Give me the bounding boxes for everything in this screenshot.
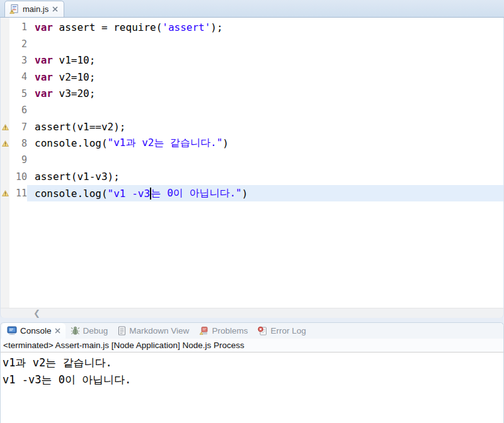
code-line[interactable]: 10assert(v1-v3); xyxy=(1,169,503,185)
code-text: console.log("v1과 v2는 같습니다.") xyxy=(27,135,503,152)
code-lines: 1var assert = require('assert');23var v1… xyxy=(1,19,503,201)
code-text xyxy=(27,152,503,168)
code-line[interactable]: 3var v1=10; xyxy=(1,52,503,69)
debug-icon xyxy=(71,326,80,336)
code-text: console.log("v1 -v3는 0이 아닙니다.") xyxy=(27,185,503,201)
code-text: var assert = require('assert'); xyxy=(27,19,503,35)
line-number: 10 xyxy=(9,171,27,183)
code-text: var v3=20; xyxy=(27,86,503,102)
tab-label: Markdown View xyxy=(129,326,189,336)
console-output-line: v1과 v2는 같습니다. xyxy=(3,354,503,371)
line-number: 3 xyxy=(9,55,27,66)
line-number: 7 xyxy=(9,121,27,133)
code-line[interactable]: 1var assert = require('assert'); xyxy=(1,19,503,35)
line-number: 2 xyxy=(9,38,27,50)
code-line[interactable]: 2 xyxy=(1,35,503,52)
tab-debug[interactable]: Debug xyxy=(66,323,113,339)
code-line[interactable]: 4var v2=10; xyxy=(1,69,503,85)
code-text: var v2=10; xyxy=(27,69,503,85)
code-line[interactable]: 9 xyxy=(1,152,503,168)
code-line[interactable]: 6 xyxy=(1,102,503,118)
problems-icon xyxy=(199,326,209,336)
warning-icon xyxy=(2,124,9,130)
code-text: var v1=10; xyxy=(27,52,503,69)
line-number: 8 xyxy=(9,138,27,149)
line-number: 5 xyxy=(9,88,27,99)
tab-label: Debug xyxy=(83,326,108,336)
code-line[interactable]: 7assert(v1==v2); xyxy=(1,118,503,135)
code-text xyxy=(27,102,503,118)
tab-markdown-view[interactable]: Markdown View xyxy=(113,323,194,339)
line-number: 11 xyxy=(9,188,27,199)
warning-marker xyxy=(1,140,9,147)
tab-label: Console xyxy=(20,326,52,336)
bottom-tab-bar: Console Debug xyxy=(1,323,503,339)
warning-marker xyxy=(1,190,9,196)
console-status-line: <terminated> Assert-main.js [Node Applic… xyxy=(1,339,503,352)
editor-tab-bar: main.js xyxy=(0,0,504,18)
warning-icon xyxy=(2,190,9,196)
console-panel: Console Debug xyxy=(0,322,504,423)
editor-tab-label: main.js xyxy=(23,4,49,14)
tab-label: Problems xyxy=(212,326,248,336)
code-text xyxy=(27,35,503,52)
tab-error-log[interactable]: Error Log xyxy=(253,323,311,339)
error-log-icon xyxy=(258,326,267,336)
warning-icon xyxy=(2,140,9,147)
console-icon xyxy=(7,326,17,336)
code-line[interactable]: 5var v3=20; xyxy=(1,86,503,102)
code-editor[interactable]: 1var assert = require('assert');23var v1… xyxy=(0,18,504,308)
js-file-warning-icon xyxy=(9,4,19,14)
console-output-line: v1 -v3는 0이 아닙니다. xyxy=(3,371,503,388)
console-output[interactable]: v1과 v2는 같습니다.v1 -v3는 0이 아닙니다. xyxy=(1,352,503,388)
warning-marker xyxy=(1,124,9,130)
code-line[interactable]: 11console.log("v1 -v3는 0이 아닙니다.") xyxy=(1,185,503,201)
tab-label: Error Log xyxy=(270,326,306,336)
close-icon[interactable] xyxy=(52,6,58,12)
tab-console[interactable]: Console xyxy=(2,323,66,339)
line-number: 4 xyxy=(9,71,27,82)
editor-tab-mainjs[interactable]: main.js xyxy=(4,1,64,17)
editor-panel: main.js 1var assert = require('assert');… xyxy=(0,0,504,318)
close-icon[interactable] xyxy=(55,328,60,334)
code-text: assert(v1-v3); xyxy=(27,169,503,185)
horizontal-scrollbar[interactable]: ❮ xyxy=(0,308,504,318)
line-number: 1 xyxy=(9,21,27,33)
code-line[interactable]: 8console.log("v1과 v2는 같습니다.") xyxy=(1,135,503,152)
markdown-view-icon xyxy=(118,326,126,336)
tab-problems[interactable]: Problems xyxy=(194,323,253,339)
line-number: 9 xyxy=(9,154,27,166)
scroll-left-arrow-icon[interactable]: ❮ xyxy=(33,309,40,317)
line-number: 6 xyxy=(9,104,27,116)
code-text: assert(v1==v2); xyxy=(27,118,503,135)
